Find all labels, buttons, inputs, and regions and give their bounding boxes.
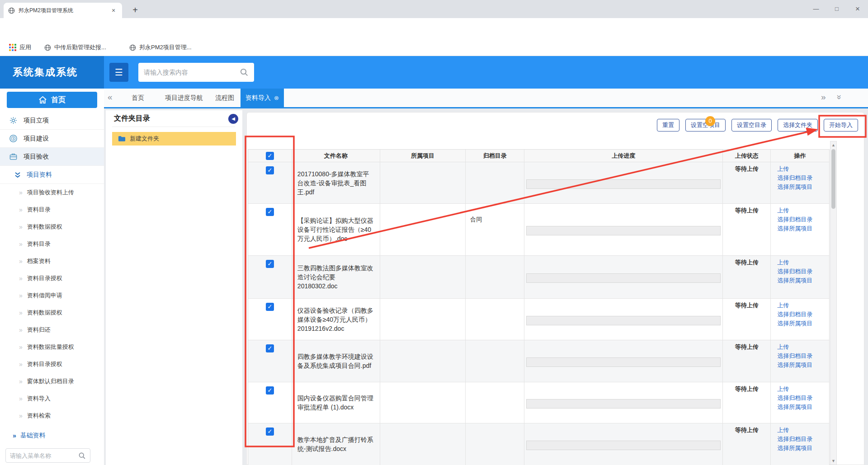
row-checkbox[interactable]: ✓ xyxy=(266,386,274,395)
panel-collapse-icon[interactable]: ◀ xyxy=(228,114,238,124)
row-checkbox[interactable]: ✓ xyxy=(266,260,274,268)
worktab-close-icon[interactable]: ⊗ xyxy=(274,94,279,101)
project-cell[interactable] xyxy=(380,382,466,423)
sidebar-item-project-initiation[interactable]: 项目立项 xyxy=(0,112,104,130)
choose-project-link[interactable]: 选择所属项目 xyxy=(777,183,829,191)
worktab-flowchart[interactable]: 流程图 xyxy=(204,89,245,107)
row-checkbox[interactable]: ✓ xyxy=(266,427,274,436)
sidebar-subitem[interactable]: »资料借阅申请 xyxy=(0,287,104,304)
bookmark-item[interactable]: 中传后勤管理处报... xyxy=(44,39,106,56)
progress-bar xyxy=(526,441,721,450)
choose-archive-dir-link[interactable]: 选择归档目录 xyxy=(777,394,829,402)
project-cell[interactable] xyxy=(380,340,466,382)
select-all-checkbox[interactable]: ✓ xyxy=(266,152,274,160)
choose-project-link[interactable]: 选择所属项目 xyxy=(777,319,829,328)
window-maximize-button[interactable]: □ xyxy=(826,0,847,18)
choose-archive-dir-link[interactable]: 选择归档目录 xyxy=(777,352,829,360)
sidebar-subitem[interactable]: »资料目录授权 xyxy=(0,270,104,287)
sidebar-subitem[interactable]: »资料目录授权 xyxy=(0,356,104,373)
sidebar-subitem[interactable]: »资料检索 xyxy=(0,407,104,424)
progress-bar xyxy=(526,179,721,189)
project-cell[interactable] xyxy=(380,204,466,255)
table-scrollbar[interactable]: ▲ ▼ xyxy=(830,141,837,465)
sidebar-subitem[interactable]: »窗体默认归档目录 xyxy=(0,373,104,390)
row-checkbox[interactable]: ✓ xyxy=(266,344,274,352)
upload-link[interactable]: 上传 xyxy=(777,385,829,393)
upload-link[interactable]: 上传 xyxy=(777,258,829,267)
tabs-collapse-icon[interactable]: » xyxy=(835,95,844,100)
upload-link[interactable]: 上传 xyxy=(777,343,829,351)
project-cell[interactable] xyxy=(380,299,466,340)
project-cell[interactable] xyxy=(380,162,466,203)
search-icon[interactable] xyxy=(240,68,249,77)
tabs-scroll-left-icon[interactable]: « xyxy=(108,92,113,102)
worktab-data-import[interactable]: 资料导入 ⊗ xyxy=(241,89,284,107)
choose-archive-dir-link[interactable]: 选择归档目录 xyxy=(777,267,829,276)
sidebar-subitem[interactable]: »资料目录 xyxy=(0,201,104,218)
menu-search-input[interactable] xyxy=(10,452,78,459)
worktab-home[interactable]: 首页 xyxy=(122,89,154,107)
new-tab-button[interactable]: + xyxy=(128,4,142,17)
window-minimize-button[interactable]: — xyxy=(806,0,826,18)
reset-button[interactable]: 重置 xyxy=(657,119,679,132)
scrollbar-thumb[interactable] xyxy=(831,149,835,209)
bookmark-item[interactable]: 邦永PM2项目管理... xyxy=(129,39,192,56)
archive-dir-cell[interactable]: 合同 xyxy=(466,204,524,224)
archive-dir-cell[interactable] xyxy=(466,256,524,268)
set-empty-directory-button[interactable]: 设置空目录 xyxy=(731,119,772,132)
sidebar-subitem[interactable]: »资料导入 xyxy=(0,390,104,407)
sidebar-subitem[interactable]: »资料数据批量授权 xyxy=(0,338,104,356)
global-search-input[interactable] xyxy=(144,69,240,76)
sidebar-subitem[interactable]: »资料归还 xyxy=(0,321,104,338)
sidebar-subitem[interactable]: »资料目录 xyxy=(0,235,104,253)
choose-project-link[interactable]: 选择所属项目 xyxy=(777,444,829,452)
upload-link[interactable]: 上传 xyxy=(777,301,829,310)
choose-archive-dir-link[interactable]: 选择归档目录 xyxy=(777,310,829,319)
upload-link[interactable]: 上传 xyxy=(777,164,829,173)
scroll-up-icon[interactable]: ▲ xyxy=(830,143,836,147)
upload-status: 等待上传 xyxy=(723,423,770,434)
choose-folder-button[interactable]: 选择文件夹 xyxy=(778,119,818,132)
archive-dir-cell[interactable] xyxy=(466,382,524,394)
sidebar-item-base-data[interactable]: »基础资料 xyxy=(0,427,104,445)
sidebar-item-project-documents[interactable]: 项目资料 xyxy=(0,166,104,184)
choose-project-link[interactable]: 选择所属项目 xyxy=(777,276,829,285)
archive-dir-cell[interactable] xyxy=(466,340,524,352)
start-import-button[interactable]: 开始导入 xyxy=(824,119,858,132)
sidebar-subitem[interactable]: »项目验收资料上传 xyxy=(0,184,104,201)
upload-link[interactable]: 上传 xyxy=(777,206,829,215)
project-cell[interactable] xyxy=(380,423,466,465)
archive-dir-cell[interactable] xyxy=(466,299,524,310)
browser-tab-title: 邦永PM2项目管理系统 xyxy=(19,7,109,14)
choose-project-link[interactable]: 选择所属项目 xyxy=(777,361,829,369)
choose-archive-dir-link[interactable]: 选择归档目录 xyxy=(777,174,829,182)
choose-project-link[interactable]: 选择所属项目 xyxy=(777,403,829,411)
sidebar-item-project-construction[interactable]: $ 项目建设 xyxy=(0,130,104,148)
archive-dir-cell[interactable] xyxy=(466,423,524,435)
upload-link[interactable]: 上传 xyxy=(777,426,829,434)
tabs-scroll-right-icon[interactable]: » xyxy=(821,92,826,102)
sidebar-toggle-button[interactable]: ☰ xyxy=(109,63,128,82)
apps-shortcut[interactable]: 应用 xyxy=(9,39,31,56)
choose-project-link[interactable]: 选择所属项目 xyxy=(777,224,829,233)
scroll-down-icon[interactable]: ▼ xyxy=(830,459,836,463)
row-checkbox[interactable]: ✓ xyxy=(266,208,274,216)
archive-dir-cell[interactable] xyxy=(466,162,524,174)
sidebar-subitem[interactable]: »资料数据授权 xyxy=(0,304,104,321)
sidebar-home-button[interactable]: 首页 xyxy=(7,92,97,108)
sidebar-subitem[interactable]: »档案资料 xyxy=(0,253,104,270)
folder-tree-item[interactable]: 新建文件夹 xyxy=(112,132,236,146)
sidebar-item-project-acceptance[interactable]: 项目验收 xyxy=(0,148,104,166)
window-close-button[interactable]: × xyxy=(847,0,868,18)
project-cell[interactable] xyxy=(380,256,466,298)
browser-tab[interactable]: 邦永PM2项目管理系统 × xyxy=(4,3,122,18)
sidebar-subitem[interactable]: »资料数据授权 xyxy=(0,218,104,235)
row-checkbox[interactable]: ✓ xyxy=(266,166,274,174)
double-arrow-icon: » xyxy=(19,258,23,265)
choose-archive-dir-link[interactable]: 选择归档目录 xyxy=(777,215,829,224)
upload-status: 等待上传 xyxy=(723,204,770,215)
row-checkbox[interactable]: ✓ xyxy=(266,303,274,311)
tab-close-icon[interactable]: × xyxy=(109,7,118,14)
search-icon[interactable] xyxy=(78,452,86,460)
choose-archive-dir-link[interactable]: 选择归档目录 xyxy=(777,435,829,443)
